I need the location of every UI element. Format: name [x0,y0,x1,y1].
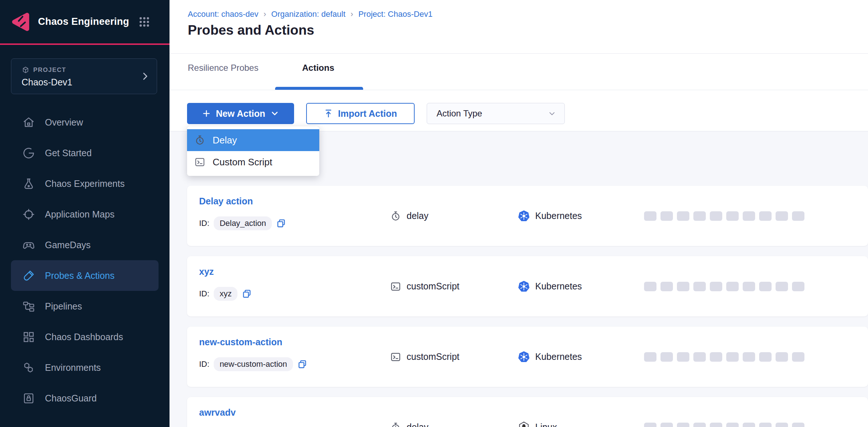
execution-result-placeholder [792,211,804,221]
sidebar-item-overview[interactable]: Overview [11,107,159,138]
copy-id-icon[interactable] [242,289,252,299]
import-action-button[interactable]: Import Action [306,103,415,124]
sidebar-item-get-started[interactable]: Get Started [11,138,159,168]
project-selector[interactable]: PROJECT Chaos-Dev1 [11,58,157,94]
breadcrumb-link[interactable]: Organization: default [271,9,346,19]
action-type-cell: customScript [390,256,459,316]
stopwatch-icon [390,422,401,427]
app-grid-icon[interactable] [138,16,151,28]
execution-result-placeholder [677,282,689,291]
gamepad-icon [22,239,35,251]
sidebar-item-label: Chaos Dashboards [45,332,123,342]
execution-result-placeholder [677,423,689,427]
action-type-filter[interactable]: Action Type [427,103,565,124]
dropdown-item-delay[interactable]: Delay [187,129,319,151]
execution-result-placeholder [660,352,673,362]
execution-result-placeholder [726,211,739,221]
action-id-value: new-custom-action [214,357,293,371]
sidebar-item-environments[interactable]: Environments [11,352,159,383]
execution-result-placeholder [759,423,772,427]
project-name: Chaos-Dev1 [22,77,72,88]
sidebar-item-chaos-experiments[interactable]: Chaos Experiments [11,168,159,199]
infrastructure-cell: Kubernetes [518,327,582,387]
copy-id-icon[interactable] [297,359,307,369]
action-name-cell: xyz [199,266,214,277]
tab-actions[interactable]: Actions [302,63,334,73]
action-name-link[interactable]: new-custom-action [199,337,282,347]
sidebar-item-gamedays[interactable]: GameDays [11,230,159,260]
recent-execution-results [644,397,804,427]
sidebar-item-chaos-dashboards[interactable]: Chaos Dashboards [11,322,159,352]
new-action-button[interactable]: New Action [187,103,294,124]
action-name-link[interactable]: xyz [199,266,214,277]
infrastructure-value: Kubernetes [535,281,582,292]
import-icon [324,109,333,118]
kubernetes-icon [518,280,530,293]
home-icon [22,116,35,129]
copy-id-icon[interactable] [276,219,286,228]
table-row: Delay actionID:Delay_actiondelayKubernet… [187,186,868,246]
action-type-value: Action Type [437,108,482,119]
sidebar-item-application-maps[interactable]: Application Maps [11,199,159,230]
execution-result-placeholder [759,211,772,221]
infrastructure-value: Kubernetes [535,211,582,221]
flask-icon [22,177,35,190]
sidebar-header: Chaos Engineering [0,0,170,43]
sidebar-item-label: Get Started [45,148,92,158]
terminal-icon [390,351,401,362]
breadcrumb-link[interactable]: Account: chaos-dev [188,9,258,19]
execution-result-placeholder [644,423,656,427]
table-row: awrvadvdelayLinux [187,397,868,427]
infrastructure-cell: Kubernetes [518,186,582,246]
breadcrumb-separator-icon: › [351,9,353,19]
kubernetes-icon [518,210,530,222]
execution-result-placeholder [677,352,689,362]
dropdown-item-custom-script[interactable]: Custom Script [187,151,319,173]
execution-result-placeholder [792,352,804,362]
infrastructure-cell: Linux [518,397,557,427]
execution-result-placeholder [660,282,673,291]
breadcrumb-link[interactable]: Project: Chaos-Dev1 [358,9,433,19]
recent-execution-results [644,256,804,316]
action-name-link[interactable]: Delay action [199,196,253,206]
sidebar-item-label: ChaosGuard [45,393,97,404]
execution-result-placeholder [759,352,772,362]
execution-result-placeholder [644,211,656,221]
lock-icon [22,392,35,405]
id-label: ID: [199,289,209,299]
table-row: xyzID:xyzcustomScriptKubernetes [187,256,868,316]
execution-result-placeholder [792,423,804,427]
execution-result-placeholder [776,352,788,362]
execution-result-placeholder [660,211,673,221]
brand-divider [0,43,170,45]
execution-result-placeholder [693,352,706,362]
execution-result-placeholder [644,352,656,362]
sidebar-item-pipelines[interactable]: Pipelines [11,291,159,322]
new-action-dropdown: DelayCustom Script [187,126,319,176]
action-name-link[interactable]: awrvadv [199,407,236,418]
execution-result-placeholder [726,423,739,427]
action-id-line: ID:new-custom-action [199,357,307,371]
chevron-right-icon [140,71,150,81]
sidebar-item-label: Environments [45,362,101,373]
action-type-cell: delay [390,186,429,246]
action-id-line: ID:Delay_action [199,216,286,230]
linux-icon [518,421,530,427]
sidebar-item-label: Chaos Experiments [45,178,125,189]
gauge-icon [22,147,35,159]
kubernetes-icon [518,351,530,363]
tab-resilience-probes[interactable]: Resilience Probes [188,63,258,73]
breadcrumb: Account: chaos-dev›Organization: default… [188,9,433,19]
main-content: Account: chaos-dev›Organization: default… [170,0,868,427]
sidebar-item-chaosguard[interactable]: ChaosGuard [11,383,159,413]
sidebar: Chaos Engineering PROJECT Chaos-Dev1 Ove… [0,0,170,427]
action-id-value: xyz [214,287,237,301]
sidebar-item-probes-actions[interactable]: Probes & Actions [11,260,159,291]
execution-result-placeholder [726,282,739,291]
recent-execution-results [644,186,804,246]
sidebar-item-label: Overview [45,117,83,128]
action-id-line: ID:xyz [199,287,252,301]
terminal-icon [194,157,205,168]
execution-result-placeholder [776,282,788,291]
execution-result-placeholder [660,423,673,427]
